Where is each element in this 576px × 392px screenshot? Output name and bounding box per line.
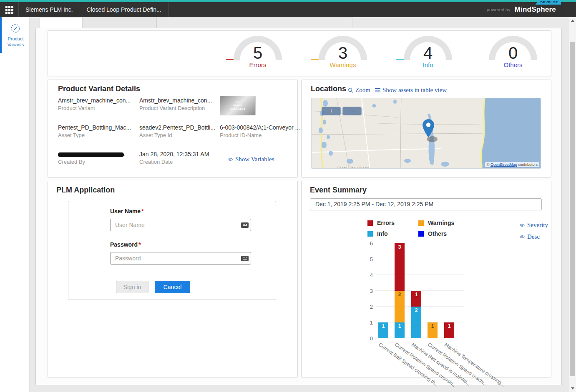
y-axis-tick: 2 xyxy=(363,304,373,310)
severity-link[interactable]: Severity xyxy=(519,222,548,229)
top-bar: Siemens PLM Inc. Closed Loop Product Def… xyxy=(0,0,576,17)
map-zoom-out-button[interactable]: − xyxy=(342,107,362,115)
bar-value-label: 1 xyxy=(382,323,385,329)
powered-by-label: powered by xyxy=(487,7,511,12)
y-axis-tick: 1 xyxy=(363,320,373,326)
bar-segment-errors[interactable]: 1 xyxy=(444,322,454,338)
map-zoom-in-button[interactable]: + xyxy=(322,107,341,115)
tab-2[interactable] xyxy=(82,17,156,28)
field-value: Amstr_brev_machine_con... xyxy=(139,97,212,104)
tenant-name[interactable]: Siemens PLM Inc. xyxy=(19,2,80,17)
tab-1[interactable] xyxy=(40,17,82,28)
triangle-up-icon xyxy=(571,20,574,22)
bar-segment-errors[interactable]: 1 xyxy=(411,291,421,307)
field-value: 6-003-000842/A;1-Conveyor ... xyxy=(220,124,300,131)
cancel-button[interactable]: Cancel xyxy=(155,281,190,293)
y-axis-tick: 4 xyxy=(363,272,373,278)
attribution-suffix: contributors xyxy=(518,162,538,167)
redaction-scribble xyxy=(58,152,124,157)
map-attribution: © OpenStreetMap contributors xyxy=(485,162,539,167)
severity-link-label: Severity xyxy=(527,222,548,229)
virtual-keyboard-icon[interactable] xyxy=(241,222,249,228)
gauge-value: 0 xyxy=(508,44,518,62)
required-marker: * xyxy=(138,241,141,248)
scrollbar-thumb[interactable] xyxy=(570,42,575,376)
gridline xyxy=(376,259,464,259)
gauge-arc: 3 xyxy=(319,36,367,60)
logout-button[interactable] xyxy=(562,2,576,17)
gauge-arc: 0 xyxy=(489,36,537,60)
vertical-scrollbar[interactable] xyxy=(569,17,576,392)
bar-segment-info[interactable]: 1 xyxy=(395,322,405,338)
legend-swatch-warnings xyxy=(418,220,424,226)
zoom-link-label: Zoom xyxy=(355,87,370,94)
password-field[interactable] xyxy=(110,252,251,265)
gauge-value: 4 xyxy=(423,44,433,62)
desc-link-label: Desc xyxy=(527,233,540,240)
field-value: Amstr_brev_machine_con... xyxy=(58,97,131,104)
legend-swatch-others xyxy=(418,231,424,237)
map-place-label: Foote Site Village xyxy=(337,166,370,169)
field-value: Jan 28, 2020, 12:35:31 AM xyxy=(139,151,209,157)
y-axis-tick: 6 xyxy=(363,240,373,247)
zoom-icon xyxy=(348,87,353,93)
field-label: Asset Type xyxy=(58,132,131,138)
virtual-keyboard-icon[interactable] xyxy=(241,256,249,261)
table-view-icon xyxy=(375,88,380,92)
desc-link[interactable]: Desc xyxy=(519,233,540,240)
legend-swatch-info xyxy=(367,231,373,237)
app-launcher-button[interactable] xyxy=(0,2,19,17)
username-label: User Name* xyxy=(110,208,144,215)
gauge-errors: 5 Errors xyxy=(215,36,300,68)
legend-label: Info xyxy=(377,230,388,237)
app-title[interactable]: Closed Loop Product Defin... xyxy=(80,2,169,17)
bar-value-label: 1 xyxy=(398,323,401,329)
table-view-label: Show assets in table view xyxy=(382,87,447,94)
y-axis-tick: 0 xyxy=(363,335,373,342)
login-panel: User Name* Password* Sign in Cancel xyxy=(68,201,276,300)
card-title: Locations xyxy=(311,85,346,93)
gauge-value: 3 xyxy=(338,44,347,62)
sign-in-button[interactable]: Sign in xyxy=(116,281,148,293)
eye-icon xyxy=(227,157,233,161)
bar-value-label: 1 xyxy=(415,292,418,297)
mindsphere-logo: MindSphere xyxy=(515,5,556,14)
triangle-down-icon xyxy=(571,387,574,390)
legend-info: Info xyxy=(367,230,418,237)
bar-segment-info[interactable]: 1 xyxy=(378,322,388,338)
gridline xyxy=(376,243,464,243)
openstreetmap-link[interactable]: OpenStreetMap xyxy=(490,162,517,167)
map-zoom-link[interactable]: Zoom xyxy=(348,87,370,94)
legend-swatch-errors xyxy=(367,220,373,226)
legend-others: Others xyxy=(418,230,477,237)
map-pin-icon[interactable] xyxy=(421,118,440,144)
date-range-input[interactable]: Dec 1, 2019 2:25 PM - Dec 12, 2019 2:25 … xyxy=(310,198,542,210)
bar-segment-warnings[interactable]: 2 xyxy=(395,291,405,322)
field-product-id-name: 6-003-000842/A;1-Conveyor ... Product ID… xyxy=(220,124,300,138)
show-variables-label: Show Variables xyxy=(235,156,274,163)
product-variant-details-card: Product Variant Details Amstr_brev_machi… xyxy=(48,80,298,177)
table-view-link[interactable]: Show assets in table view xyxy=(375,87,447,94)
scroll-down-button[interactable] xyxy=(569,385,576,392)
bar-segment-info[interactable]: 2 xyxy=(411,307,421,338)
show-variables-link[interactable]: Show Variables xyxy=(227,156,274,163)
no-image-placeholder: NOIMAGEAVAILABLE xyxy=(220,96,256,115)
y-axis-tick: 3 xyxy=(363,288,373,294)
field-asset-type-id: seadev2.Pentest_PD_Bottli... Asset Type … xyxy=(139,124,215,138)
logout-icon xyxy=(569,6,569,14)
bar-segment-errors[interactable]: 3 xyxy=(395,243,405,291)
scroll-up-button[interactable] xyxy=(569,17,576,24)
sidebar-item-product-variants[interactable]: Product Variants xyxy=(0,17,29,53)
legend-warnings: Warnings xyxy=(418,220,477,226)
username-field[interactable] xyxy=(110,219,251,231)
develop-badge: DEVELOP xyxy=(536,0,561,5)
status-gauges-card: 5 Errors 3 Warnings 4 Info xyxy=(48,30,551,76)
bar-segment-warnings[interactable]: 1 xyxy=(428,322,438,338)
map[interactable]: Foote Site Village + − © OpenStreetMap c… xyxy=(311,98,541,169)
gauge-warnings: 3 Warnings xyxy=(300,36,385,68)
gauge-tick xyxy=(226,59,234,60)
gauge-tick xyxy=(396,59,404,60)
eye-icon xyxy=(519,235,525,239)
card-title: PLM Application xyxy=(56,186,115,195)
card-title: Event Summary xyxy=(310,186,367,195)
